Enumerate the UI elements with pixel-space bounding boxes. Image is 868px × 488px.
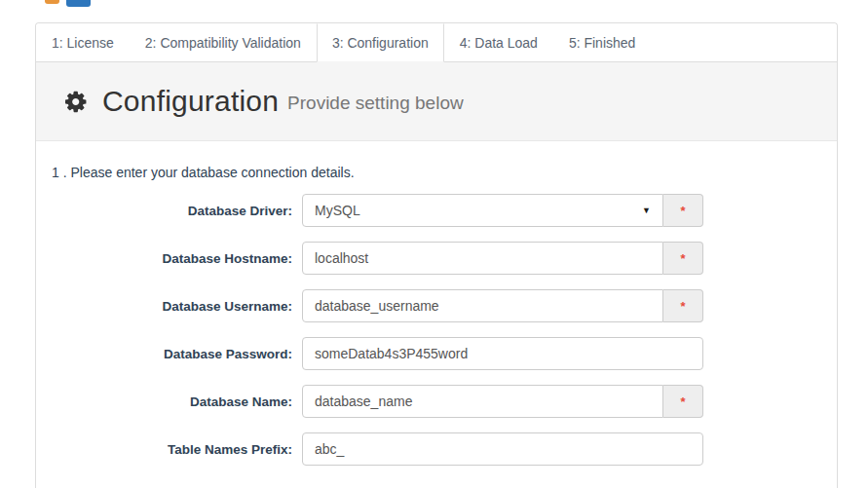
- form-row-database-driver: Database Driver: MySQL ▼ *: [52, 194, 821, 227]
- table-names-prefix-label: Table Names Prefix:: [52, 442, 292, 457]
- configuration-form-area: 1 . Please enter your database connectio…: [36, 141, 837, 466]
- form-row-database-name: Database Name: *: [52, 385, 821, 418]
- installer-panel: 1: License 2: Compatibility Validation 3…: [35, 22, 838, 488]
- page-header: Configuration Provide setting below: [36, 62, 837, 141]
- database-hostname-label: Database Hostname:: [52, 251, 292, 266]
- tab-compatibility-validation[interactable]: 2: Compatibility Validation: [130, 23, 317, 62]
- required-asterisk: *: [663, 242, 703, 275]
- logo-orange-shape: [45, 0, 59, 4]
- step-instruction: 1 . Please enter your database connectio…: [52, 165, 821, 180]
- logo-blue-shape: [66, 0, 91, 7]
- database-name-input[interactable]: [302, 385, 663, 418]
- form-row-database-password: Database Password:: [52, 337, 821, 370]
- table-names-prefix-input[interactable]: [302, 432, 703, 466]
- database-username-label: Database Username:: [52, 299, 292, 314]
- tab-configuration[interactable]: 3: Configuration: [317, 23, 444, 62]
- tab-data-load[interactable]: 4: Data Load: [444, 23, 553, 62]
- required-asterisk: *: [663, 194, 703, 227]
- required-asterisk: *: [663, 385, 703, 418]
- app-logo-partial: [45, 0, 91, 7]
- database-password-label: Database Password:: [52, 347, 292, 361]
- form-row-database-username: Database Username: *: [52, 289, 821, 322]
- page-subtitle: Provide setting below: [287, 93, 464, 114]
- database-username-input[interactable]: [302, 289, 663, 322]
- form-row-database-hostname: Database Hostname: *: [52, 242, 821, 275]
- tab-finished[interactable]: 5: Finished: [553, 23, 651, 62]
- database-driver-select[interactable]: MySQL: [302, 194, 663, 227]
- tab-license[interactable]: 1: License: [36, 23, 130, 62]
- page-title: Configuration: [102, 85, 279, 118]
- database-driver-label: Database Driver:: [52, 204, 292, 218]
- database-hostname-input[interactable]: [302, 242, 663, 275]
- database-password-input[interactable]: [302, 337, 703, 370]
- gear-icon: [65, 90, 90, 114]
- database-name-label: Database Name:: [52, 394, 292, 409]
- form-row-table-names-prefix: Table Names Prefix:: [52, 432, 821, 466]
- wizard-tabs: 1: License 2: Compatibility Validation 3…: [36, 23, 837, 62]
- required-asterisk: *: [663, 289, 703, 322]
